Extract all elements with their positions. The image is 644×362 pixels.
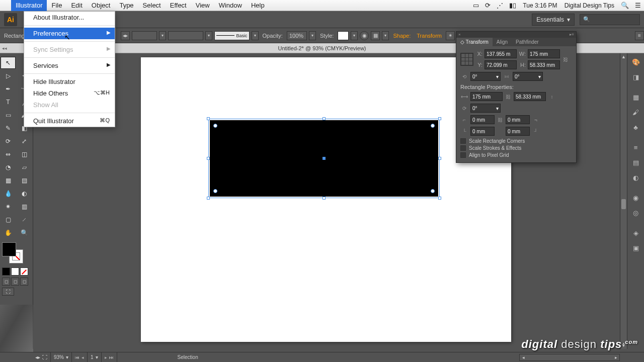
wifi-icon[interactable]: ⋰ (494, 2, 506, 9)
symbols-panel-icon[interactable]: ♣ (630, 122, 641, 133)
menubar-user[interactable]: Digital Design Tips (561, 2, 618, 9)
variable-width-field[interactable] (168, 31, 203, 40)
rect-width-field[interactable] (470, 92, 503, 101)
scale-strokes-checkbox[interactable]: Scale Strokes & Effects (460, 145, 572, 151)
zoom-level[interactable]: 93% (54, 354, 64, 360)
panel-menu-icon[interactable]: ≡ (635, 31, 644, 40)
menu-edit[interactable]: Edit (66, 0, 87, 11)
panel-titlebar[interactable]: × ▸≡ (456, 32, 576, 38)
perspective-tool[interactable]: ▱ (17, 161, 32, 173)
color-panel-icon[interactable]: 🎨 (630, 56, 641, 67)
vertical-scrollbar[interactable]: ▲ ▼ (620, 53, 627, 349)
stroke-weight-stepper[interactable]: ◂▸ (121, 31, 130, 40)
last-artboard-icon[interactable]: ⏭ (109, 355, 114, 360)
symbol-sprayer-tool[interactable]: ✷ (1, 201, 16, 213)
horizontal-scrollbar[interactable]: ◂ ▸ (519, 354, 620, 361)
align-icon[interactable]: ▦ (371, 31, 380, 40)
artboards-panel-icon[interactable]: ▣ (630, 242, 641, 253)
collapse-panels-icon[interactable]: ◂◂ (2, 46, 7, 51)
isolate-icon[interactable]: ✶ (446, 31, 455, 40)
search-field[interactable]: 🔍 (580, 14, 640, 25)
live-corner-bl[interactable] (213, 189, 217, 193)
shape-link[interactable]: Shape: (391, 33, 413, 39)
next-artboard-icon[interactable]: ▸ (105, 355, 107, 360)
panel-menu-icon[interactable]: ▸≡ (570, 32, 574, 37)
align-pixel-grid-checkbox[interactable]: Align to Pixel Grid (460, 152, 572, 158)
color-guide-icon[interactable]: ◨ (630, 71, 641, 82)
menu-preferences[interactable]: Preferences ▶ (24, 28, 115, 39)
transparency-panel-icon[interactable]: ◐ (630, 172, 641, 183)
menu-view[interactable]: View (191, 0, 214, 11)
reference-point-grid[interactable] (460, 53, 473, 66)
style-swatch[interactable] (338, 31, 349, 40)
live-corner-br[interactable] (431, 189, 435, 193)
swatches-panel-icon[interactable]: ▦ (630, 92, 641, 103)
y-field[interactable] (485, 60, 517, 69)
menu-services[interactable]: Services ▶ (24, 60, 115, 71)
battery-icon[interactable]: ▮▯ (506, 2, 519, 9)
eyedropper-tool[interactable]: 💧 (1, 188, 16, 200)
link-corners-icon[interactable]: ⛓ (497, 117, 504, 123)
rect-angle-field[interactable]: 0°▾ (470, 104, 501, 113)
opacity-dropdown[interactable]: ▾ (309, 31, 316, 40)
menu-window[interactable]: Window (214, 0, 247, 11)
stroke-weight-dropdown[interactable]: ▾ (159, 31, 166, 40)
tab-align[interactable]: Align (493, 38, 512, 46)
scroll-up-icon[interactable]: ▲ (620, 53, 627, 60)
menu-effect[interactable]: Effect (166, 0, 191, 11)
brush-dropdown[interactable]: ▾ (252, 31, 259, 40)
variable-width-dropdown[interactable]: ▾ (205, 31, 212, 40)
gradient-tool[interactable]: ▤ (17, 174, 32, 187)
brush-definition[interactable]: Basic (214, 31, 250, 40)
width-field[interactable] (528, 49, 560, 58)
resize-handle-bc[interactable] (323, 197, 326, 200)
align-dropdown[interactable]: ▾ (382, 31, 389, 40)
resize-handle-mr[interactable] (438, 157, 441, 160)
artboard-number[interactable]: 1 (91, 354, 94, 360)
screen-mode-icon[interactable]: ⛶ (2, 288, 14, 296)
corner-bl-field[interactable] (470, 127, 495, 136)
artboard-tool[interactable]: ▢ (1, 214, 16, 226)
corner-tl-field[interactable] (470, 115, 495, 124)
shape-builder-tool[interactable]: ◔ (1, 161, 16, 173)
view-nav-icon[interactable]: ◂▸ (35, 354, 40, 360)
stroke-panel-icon[interactable]: ≡ (630, 142, 641, 153)
brushes-panel-icon[interactable]: 🖌 (630, 107, 641, 118)
mesh-tool[interactable]: ▦ (1, 174, 16, 187)
zoom-icon[interactable]: ⛶ (42, 354, 47, 360)
blend-tool[interactable]: ◐ (17, 188, 32, 200)
appearance-panel-icon[interactable]: ◉ (630, 192, 641, 203)
x-field[interactable] (485, 49, 517, 58)
resize-handle-br[interactable] (438, 197, 441, 200)
recolor-icon[interactable]: ◉ (360, 31, 369, 40)
first-artboard-icon[interactable]: ⏮ (75, 355, 79, 360)
prev-artboard-icon[interactable]: ◂ (82, 355, 84, 360)
fill-swatch[interactable] (2, 242, 16, 256)
menu-hide-illustrator[interactable]: Hide Illustrator (24, 76, 115, 87)
constrain-rect-icon[interactable]: ⛓ (505, 94, 512, 100)
graphic-styles-icon[interactable]: ◎ (630, 207, 641, 218)
scrollbar-thumb[interactable] (621, 199, 626, 209)
layers-panel-icon[interactable]: ◈ (630, 227, 641, 238)
workspace-switcher[interactable]: Essentials ▾ (532, 14, 575, 26)
scroll-left-icon[interactable]: ◂ (520, 354, 527, 360)
rotate-field[interactable]: 0°▾ (470, 72, 501, 81)
scale-corners-checkbox[interactable]: Scale Rectangle Corners (460, 138, 572, 144)
stroke-weight-field[interactable] (132, 31, 157, 40)
menu-hide-others[interactable]: Hide Others ⌥⌘H (24, 87, 115, 99)
menu-file[interactable]: File (47, 0, 66, 11)
close-panel-icon[interactable]: × (458, 32, 461, 37)
type-tool[interactable]: T (1, 96, 16, 108)
style-dropdown[interactable]: ▾ (351, 31, 358, 40)
zoom-tool[interactable]: 🔍 (17, 227, 32, 239)
gradient-panel-icon[interactable]: ▤ (630, 157, 641, 168)
shear-field[interactable]: 0°▾ (513, 72, 543, 81)
direct-selection-tool[interactable]: ▷ (1, 70, 16, 82)
menu-type[interactable]: Type (115, 0, 138, 11)
menu-help[interactable]: Help (247, 0, 269, 11)
pencil-tool[interactable]: ✎ (1, 122, 16, 134)
menu-illustrator[interactable]: Illustrator (11, 0, 47, 11)
color-mode-none[interactable] (20, 267, 28, 276)
illustrator-logo-icon[interactable]: Ai (4, 13, 17, 26)
spotlight-icon[interactable]: 🔍 (618, 2, 632, 9)
